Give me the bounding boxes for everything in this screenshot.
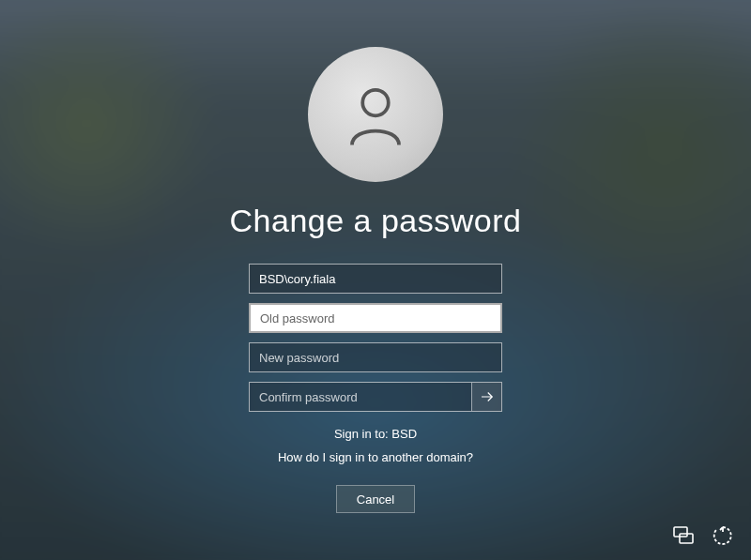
signin-domain-label: Sign in to: BSD — [278, 427, 473, 441]
change-password-form — [249, 264, 502, 412]
network-icon — [672, 524, 695, 547]
old-password-field[interactable] — [251, 305, 500, 331]
hints: Sign in to: BSD How do I sign in to anot… — [278, 427, 473, 464]
ease-of-access-icon — [712, 524, 734, 547]
svg-rect-1 — [674, 527, 687, 537]
username-field-wrapper — [249, 264, 502, 294]
arrow-right-icon — [479, 388, 496, 405]
cancel-button-label: Cancel — [357, 492, 394, 507]
confirm-password-field[interactable] — [250, 383, 471, 411]
change-password-panel: Change a password Sign in to: BSD How do… — [207, 47, 544, 513]
submit-button[interactable] — [471, 383, 501, 411]
other-domain-link[interactable]: How do I sign in to another domain? — [278, 450, 473, 464]
system-tray — [672, 524, 734, 547]
page-title: Change a password — [230, 203, 522, 239]
new-password-field[interactable] — [250, 343, 501, 371]
ease-of-access-button[interactable] — [712, 524, 734, 547]
user-avatar — [308, 47, 443, 182]
confirm-password-field-wrapper — [249, 382, 502, 412]
cancel-button[interactable]: Cancel — [336, 485, 415, 513]
person-icon — [338, 77, 413, 152]
username-field[interactable] — [250, 265, 501, 293]
network-button[interactable] — [672, 524, 695, 547]
old-password-field-wrapper — [249, 303, 502, 333]
new-password-field-wrapper — [249, 342, 502, 372]
svg-rect-2 — [680, 534, 693, 543]
svg-point-0 — [362, 90, 389, 116]
